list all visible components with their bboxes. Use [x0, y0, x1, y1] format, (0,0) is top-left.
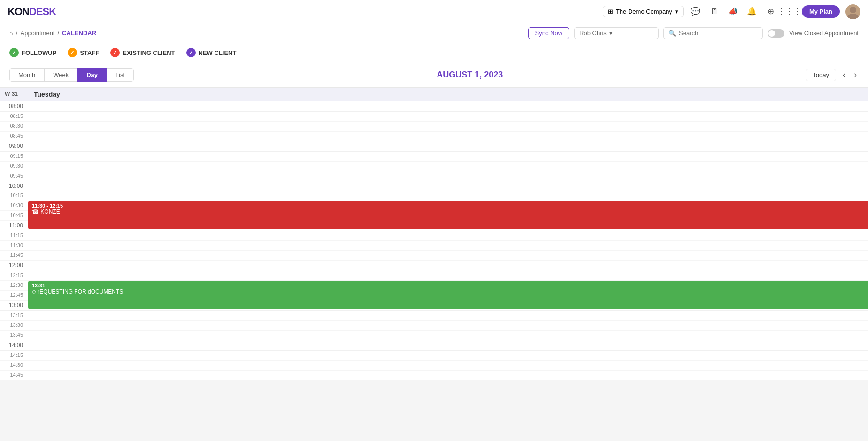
event-block-event2[interactable]: 13:31◇ rEQUESTING FOR dOCUMENTS [28, 281, 868, 309]
my-plan-button[interactable]: My Plan [802, 5, 840, 18]
time-slot-row[interactable]: 08:00 [0, 101, 868, 112]
tab-week[interactable]: Week [44, 68, 77, 82]
avatar[interactable] [845, 4, 860, 19]
time-slot-row[interactable]: 10:3011:30 - 12:15☎ KONZE [0, 201, 868, 211]
slot-cell[interactable] [28, 141, 868, 151]
time-label: 14:15 [0, 351, 28, 360]
time-slot-row[interactable]: 14:30 [0, 361, 868, 371]
search-box[interactable]: 🔍 [663, 27, 763, 39]
view-closed-label: View Closed Appointment [789, 30, 859, 37]
slot-cell[interactable]: 11:30 - 12:15☎ KONZE [28, 201, 868, 210]
grid-icon[interactable]: ⋮⋮⋮ [783, 5, 796, 18]
time-slot-row[interactable]: 14:45 [0, 371, 868, 380]
slot-cell[interactable] [28, 340, 868, 350]
topnav-right: ⊞ The Demo Company ▾ 💬 🖥 📣 🔔 ⊕ ⋮⋮⋮ My Pl… [603, 4, 860, 19]
time-label: 13:45 [0, 331, 28, 340]
time-label: 10:15 [0, 191, 28, 201]
staff-selector[interactable]: Rob Chris ▾ [574, 27, 659, 39]
time-slot-row[interactable]: 12:15 [0, 271, 868, 281]
slot-cell[interactable] [28, 311, 868, 320]
time-slot-row[interactable]: 13:15 [0, 311, 868, 321]
company-grid-icon: ⊞ [608, 8, 613, 15]
slot-cell[interactable] [28, 231, 868, 240]
search-input[interactable] [679, 30, 758, 37]
time-slot-row[interactable]: 13:45 [0, 331, 868, 340]
slot-cell[interactable] [28, 132, 868, 141]
calendar-breadcrumb: CALENDAR [62, 30, 96, 37]
time-label: 11:30 [0, 241, 28, 250]
slot-cell[interactable] [28, 152, 868, 161]
company-selector[interactable]: ⊞ The Demo Company ▾ [603, 6, 684, 17]
appointment-link[interactable]: Appointment [20, 30, 54, 37]
legend-staff: ✓ STAFF [68, 48, 99, 57]
slot-cell[interactable] [28, 271, 868, 280]
megaphone-icon[interactable]: 📣 [727, 5, 740, 18]
time-slot-row[interactable]: 08:15 [0, 112, 868, 122]
tab-month[interactable]: Month [9, 68, 44, 82]
staff-label: STAFF [80, 49, 99, 56]
slot-cell[interactable] [28, 321, 868, 330]
slot-cell[interactable] [28, 351, 868, 360]
time-slot-row[interactable]: 12:00 [0, 261, 868, 271]
time-slot-row[interactable]: 14:15 [0, 351, 868, 361]
day-header-row: W 31 Tuesday [0, 88, 868, 101]
slot-cell[interactable] [28, 241, 868, 250]
next-arrow-button[interactable]: › [852, 68, 859, 82]
time-slot-row[interactable]: 14:00 [0, 340, 868, 351]
slot-cell[interactable] [28, 112, 868, 121]
slot-cell[interactable] [28, 361, 868, 370]
sync-now-button[interactable]: Sync Now [528, 27, 570, 39]
prev-arrow-button[interactable]: ‹ [841, 68, 847, 82]
slot-cell[interactable] [28, 162, 868, 171]
slot-cell[interactable] [28, 251, 868, 260]
event-block-event1[interactable]: 11:30 - 12:15☎ KONZE [28, 201, 868, 229]
tab-list[interactable]: List [107, 68, 134, 82]
logo-kon: KON [8, 6, 29, 18]
tab-day[interactable]: Day [77, 68, 107, 82]
logo[interactable]: KONDESK [8, 6, 56, 18]
tab-group: Month Week Day List [9, 68, 134, 82]
time-slot-row[interactable]: 09:00 [0, 141, 868, 152]
time-slot-row[interactable]: 08:30 [0, 122, 868, 132]
time-slot-row[interactable]: 11:15 [0, 231, 868, 241]
slot-cell[interactable] [28, 371, 868, 380]
calendar-wrapper: Month Week Day List AUGUST 1, 2023 Today… [0, 62, 868, 380]
time-label: 14:00 [0, 340, 28, 350]
time-slot-row[interactable]: 11:45 [0, 251, 868, 261]
time-label: 14:45 [0, 371, 28, 380]
today-button[interactable]: Today [806, 69, 836, 81]
view-closed-toggle[interactable] [768, 29, 784, 38]
slot-cell[interactable] [28, 122, 868, 131]
time-label: 12:00 [0, 261, 28, 271]
calendar-header: Month Week Day List AUGUST 1, 2023 Today… [0, 62, 868, 88]
bell-icon[interactable]: 🔔 [745, 5, 759, 18]
home-icon[interactable]: ⌂ [9, 30, 13, 37]
time-slot-row[interactable]: 10:15 [0, 191, 868, 201]
slot-cell[interactable] [28, 261, 868, 271]
breadcrumb-bar: ⌂ / Appointment / CALENDAR Sync Now Rob … [0, 23, 868, 43]
followup-label: FOLLOWUP [22, 49, 56, 56]
messages-icon[interactable]: 💬 [689, 5, 702, 18]
calendar-scroll-area[interactable]: 08:0008:1508:3008:4509:0009:1509:3009:45… [0, 101, 868, 380]
slot-cell[interactable] [28, 191, 868, 201]
time-slot-row[interactable]: 11:30 [0, 241, 868, 251]
time-label: 08:30 [0, 122, 28, 131]
time-slot-row[interactable]: 09:45 [0, 171, 868, 181]
slot-cell[interactable] [28, 171, 868, 181]
time-slot-row[interactable]: 09:30 [0, 162, 868, 171]
monitor-icon[interactable]: 🖥 [708, 5, 721, 18]
time-label: 12:45 [0, 291, 28, 300]
slot-cell[interactable] [28, 101, 868, 111]
plus-icon[interactable]: ⊕ [764, 5, 777, 18]
time-slot-row[interactable]: 10:00 [0, 181, 868, 192]
time-slot-row[interactable]: 08:45 [0, 132, 868, 141]
time-label: 10:00 [0, 181, 28, 191]
slot-cell[interactable] [28, 181, 868, 191]
slot-cell[interactable] [28, 331, 868, 340]
time-slot-row[interactable]: 12:3013:31◇ rEQUESTING FOR dOCUMENTS [0, 281, 868, 291]
time-label: 10:30 [0, 201, 28, 210]
time-slot-row[interactable]: 09:15 [0, 152, 868, 162]
time-slot-row[interactable]: 13:30 [0, 321, 868, 331]
slot-cell[interactable]: 13:31◇ rEQUESTING FOR dOCUMENTS [28, 281, 868, 290]
svg-point-1 [847, 14, 859, 19]
